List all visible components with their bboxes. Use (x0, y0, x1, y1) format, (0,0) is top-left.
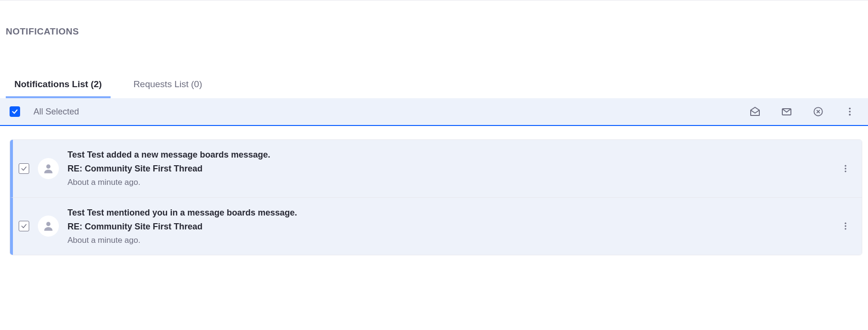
notification-card-group: Test Test added a new message boards mes… (10, 139, 862, 255)
svg-point-12 (845, 228, 846, 229)
svg-point-7 (845, 168, 846, 169)
toolbar: All Selected (0, 98, 868, 126)
svg-point-10 (845, 223, 846, 224)
mark-as-unread-button[interactable] (780, 105, 793, 118)
toolbar-left: All Selected (10, 106, 79, 117)
notification-subject: RE: Community Site First Thread (68, 220, 830, 233)
svg-point-2 (849, 108, 851, 110)
delete-button[interactable] (812, 105, 825, 118)
notification-subject: RE: Community Site First Thread (68, 162, 830, 175)
select-all-checkbox[interactable] (10, 106, 20, 117)
svg-point-9 (46, 222, 51, 227)
notification-row[interactable]: Test Test added a new message boards mes… (10, 140, 862, 197)
row-menu-button[interactable] (839, 219, 852, 233)
notification-title: Test Test added a new message boards mes… (68, 148, 830, 161)
svg-point-5 (46, 164, 51, 169)
row-checkbox[interactable] (19, 221, 29, 231)
notification-time: About a minute ago. (68, 176, 830, 189)
notification-time: About a minute ago. (68, 234, 830, 247)
row-checkbox[interactable] (19, 163, 29, 174)
select-all-label: All Selected (34, 107, 79, 117)
svg-point-4 (849, 114, 851, 116)
svg-point-3 (849, 111, 851, 113)
notification-list: Test Test added a new message boards mes… (0, 126, 868, 255)
toolbar-actions (748, 105, 857, 118)
tabs: Notifications List (2) Requests List (0) (0, 74, 868, 98)
page-title: NOTIFICATIONS (0, 0, 868, 37)
tab-requests-list[interactable]: Requests List (0) (125, 74, 211, 98)
svg-point-6 (845, 165, 846, 166)
avatar (38, 158, 59, 179)
mark-as-read-button[interactable] (748, 105, 762, 118)
notification-content: Test Test added a new message boards mes… (68, 148, 830, 189)
notification-content: Test Test mentioned you in a message boa… (68, 206, 830, 247)
tab-notifications-list[interactable]: Notifications List (2) (6, 74, 111, 98)
notifications-page: NOTIFICATIONS Notifications List (2) Req… (0, 0, 868, 330)
svg-point-11 (845, 226, 846, 227)
more-actions-button[interactable] (843, 105, 857, 118)
svg-point-8 (845, 171, 846, 172)
notification-row[interactable]: Test Test mentioned you in a message boa… (10, 197, 862, 255)
row-menu-button[interactable] (839, 162, 852, 175)
avatar (38, 216, 59, 237)
notification-title: Test Test mentioned you in a message boa… (68, 206, 830, 219)
